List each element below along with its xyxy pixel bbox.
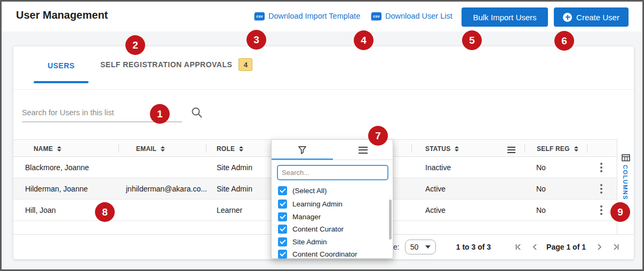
download-import-template-label: Download Import Template bbox=[268, 12, 360, 20]
column-header-status[interactable]: STATUS bbox=[425, 140, 459, 157]
column-divider bbox=[206, 145, 206, 153]
column-divider bbox=[118, 145, 119, 153]
page-indicator-text: Page 1 of 1 bbox=[546, 243, 586, 251]
checkbox-checked-icon[interactable] bbox=[278, 225, 287, 234]
cell-self-reg: No bbox=[536, 157, 546, 178]
annotation-badge-6: 6 bbox=[554, 31, 574, 51]
csv-file-icon: csv bbox=[371, 12, 381, 20]
filter-popup-active-tab-indicator bbox=[272, 158, 333, 160]
filter-option[interactable]: Content Curator bbox=[272, 222, 393, 235]
last-page-button[interactable] bbox=[611, 242, 621, 252]
filter-option[interactable]: Content Coordinator bbox=[272, 248, 393, 260]
tab-users[interactable]: USERS bbox=[34, 61, 89, 70]
create-user-label: Create User bbox=[576, 13, 619, 22]
active-tab-indicator bbox=[34, 81, 89, 83]
column-divider bbox=[587, 145, 587, 153]
cell-status: Active bbox=[425, 200, 446, 221]
filter-option[interactable]: Site Admin bbox=[272, 235, 393, 248]
annotation-badge-2: 2 bbox=[125, 35, 145, 55]
plus-circle-icon bbox=[563, 13, 572, 22]
cell-name: Hilderman, Joanne bbox=[25, 178, 88, 200]
self-registration-count-badge: 4 bbox=[238, 58, 252, 71]
annotation-badge-4: 4 bbox=[354, 30, 373, 50]
user-management-screen: User Management csv Download Import Temp… bbox=[0, 0, 644, 271]
filter-option-select-all[interactable]: (Select All) bbox=[272, 184, 393, 197]
cell-role: Site Admin bbox=[217, 157, 252, 178]
annotation-badge-7: 7 bbox=[368, 126, 388, 146]
column-divider bbox=[524, 145, 525, 153]
sort-icon bbox=[239, 146, 243, 152]
bulk-import-users-button[interactable]: Bulk Import Users bbox=[462, 7, 548, 27]
page-size-value: 50 bbox=[410, 243, 419, 251]
role-filter-popup: (Select All) Learning Admin Manager Cont… bbox=[271, 139, 393, 259]
chevron-down-icon bbox=[425, 245, 431, 249]
hamburger-menu-icon bbox=[359, 147, 368, 154]
funnel-filter-icon bbox=[297, 145, 307, 155]
create-user-button[interactable]: Create User bbox=[554, 7, 629, 27]
csv-file-icon: csv bbox=[255, 12, 265, 20]
sort-icon bbox=[57, 146, 61, 152]
column-header-role[interactable]: ROLE bbox=[217, 140, 243, 157]
checkbox-checked-icon[interactable] bbox=[278, 200, 287, 209]
cell-role: Learner bbox=[217, 200, 242, 221]
column-header-email[interactable]: EMAIL bbox=[136, 140, 165, 157]
cell-status: Inactive bbox=[425, 157, 451, 178]
row-range-text: 1 to 3 of 3 bbox=[456, 243, 491, 251]
page-size-select[interactable]: 50 bbox=[405, 240, 436, 254]
sort-icon bbox=[574, 146, 578, 152]
cell-self-reg: No bbox=[536, 200, 546, 221]
filter-option[interactable]: Learning Admin bbox=[272, 197, 393, 210]
column-header-name[interactable]: NAME bbox=[34, 140, 61, 157]
annotation-badge-1: 1 bbox=[150, 104, 170, 124]
columns-panel-label: COLUMNS bbox=[622, 165, 629, 200]
previous-page-button[interactable] bbox=[530, 242, 540, 252]
download-user-list-label: Download User List bbox=[385, 12, 452, 20]
sort-icon bbox=[161, 146, 165, 152]
cell-email: jnhilderman@akara.co... bbox=[126, 178, 207, 200]
row-actions-kebab-icon[interactable] bbox=[597, 178, 606, 200]
annotation-badge-3: 3 bbox=[247, 30, 266, 50]
cell-status: Active bbox=[425, 178, 446, 200]
cell-self-reg: No bbox=[536, 178, 546, 200]
checkbox-checked-icon[interactable] bbox=[278, 237, 287, 246]
annotation-badge-8: 8 bbox=[95, 202, 115, 222]
cell-name: Blackmore, Joanne bbox=[25, 157, 89, 178]
row-actions-kebab-icon[interactable] bbox=[597, 157, 606, 178]
column-divider bbox=[411, 145, 412, 153]
next-page-button[interactable] bbox=[594, 242, 604, 252]
tab-self-registration-approvals[interactable]: SELF REGISTRATION APPROVALS 4 bbox=[100, 58, 252, 71]
row-actions-kebab-icon[interactable] bbox=[597, 200, 606, 221]
sort-icon bbox=[455, 146, 459, 152]
annotation-badge-9: 9 bbox=[610, 202, 630, 222]
tab-bar: USERS SELF REGISTRATION APPROVALS 4 bbox=[13, 46, 634, 90]
column-header-self-reg[interactable]: SELF REG bbox=[537, 140, 578, 157]
checkbox-checked-icon[interactable] bbox=[278, 186, 287, 195]
tab-self-registration-label: SELF REGISTRATION APPROVALS bbox=[100, 60, 232, 69]
first-page-button[interactable] bbox=[513, 242, 523, 252]
filter-tab[interactable] bbox=[272, 140, 332, 160]
popup-scrollbar-thumb[interactable] bbox=[389, 200, 392, 240]
checkbox-checked-icon[interactable] bbox=[278, 250, 287, 259]
columns-grid-icon bbox=[622, 154, 630, 164]
search-icon[interactable] bbox=[190, 106, 203, 121]
filter-option[interactable]: Manager bbox=[272, 210, 393, 223]
page-title: User Management bbox=[16, 9, 108, 21]
cell-name: Hill, Joan bbox=[25, 200, 56, 221]
column-menu-icon[interactable] bbox=[507, 147, 515, 153]
download-user-list-link[interactable]: csv Download User List bbox=[371, 12, 452, 20]
filter-search-input[interactable] bbox=[277, 165, 388, 180]
checkbox-checked-icon[interactable] bbox=[278, 212, 287, 221]
cell-role: Site Admin bbox=[217, 178, 252, 200]
annotation-badge-5: 5 bbox=[462, 30, 482, 50]
download-import-template-link[interactable]: csv Download Import Template bbox=[255, 12, 360, 20]
